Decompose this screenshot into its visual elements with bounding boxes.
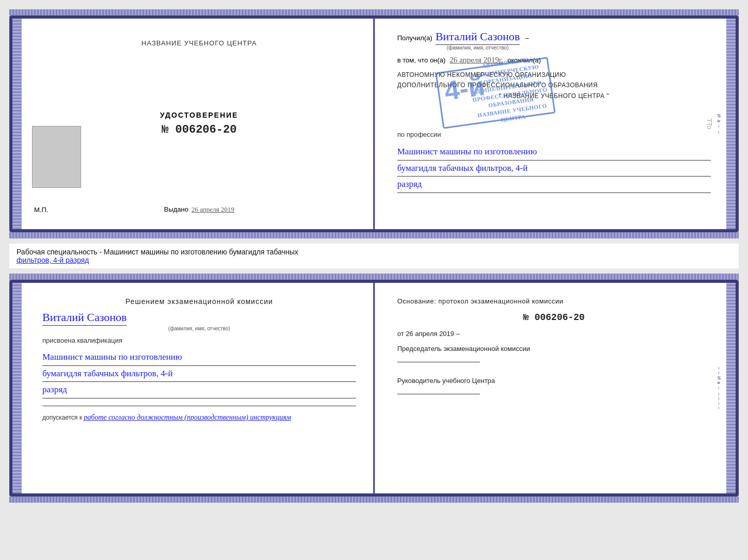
- admitted-row: допускается к работе согласно должностны…: [42, 413, 356, 422]
- profession-line1: Машинист машины по изготовлению: [397, 144, 711, 161]
- chairman-label: Председатель экзаменационной комиссии: [397, 345, 711, 362]
- org-text: АВТОНОМНУЮ НЕКОММЕРЧЕСКУЮ ОРГАНИЗАЦИЮ ДО…: [397, 70, 711, 101]
- bottom-vert-char-3: И: [716, 376, 722, 379]
- org-line2: ДОПОЛНИТЕЛЬНОГО ПРОФЕССИОНАЛЬНОГО ОБРАЗО…: [397, 80, 711, 90]
- admitted-text: работе согласно должностным (производств…: [84, 413, 291, 421]
- issued-row: Выдано 26 апреля 2019: [164, 205, 234, 214]
- profession-lines: Машинист машины по изготовлению бумагидл…: [397, 144, 711, 193]
- head-signature-line: [397, 394, 480, 394]
- bottom-fullname: Виталий Сазонов: [42, 311, 127, 326]
- org-line1: АВТОНОМНУЮ НЕКОММЕРЧЕСКУЮ ОРГАНИЗАЦИЮ: [397, 70, 711, 80]
- bottom-name-sublabel: (фамилия, имя, отчество): [42, 326, 356, 331]
- center-name-title: НАЗВАНИЕ УЧЕБНОГО ЦЕНТРА: [142, 39, 257, 47]
- in-that-line: в том, что он(а) 26 апреля 2019г. окончи…: [397, 56, 711, 65]
- date-dash: –: [456, 330, 460, 338]
- cert-center-block: УДОСТОВЕРЕНИЕ № 006206-20: [160, 111, 238, 136]
- bottom-vert-char-1: –: [716, 367, 722, 370]
- bottom-profession-lines: Машинист машины по изготовлению бумагидл…: [42, 349, 356, 398]
- bottom-profession-line1: Машинист машины по изготовлению: [42, 349, 356, 366]
- org-line3: " НАЗВАНИЕ УЧЕБНОГО ЦЕНТРА ": [397, 91, 711, 101]
- bottom-vert-char-4: а: [716, 381, 722, 384]
- mp-label: М.П.: [34, 206, 48, 214]
- info-text-underline: фильтров, 4-й разряд: [17, 256, 89, 264]
- in-that-prefix: в том, что он(а): [397, 56, 445, 64]
- in-that-date: 26 апреля 2019г.: [449, 56, 503, 65]
- osnov-label: Основание: протокол экзаменационной коми…: [397, 297, 711, 305]
- profession-block: по профессии: [397, 130, 711, 139]
- chairman-text: Председатель экзаменационной комиссии: [397, 345, 530, 353]
- profession-line3: разряд: [397, 177, 711, 193]
- head-text: Руководитель учебного Центра: [397, 377, 495, 385]
- bottom-name-block: Виталий Сазонов (фамилия, имя, отчество): [42, 311, 356, 331]
- chairman-signature-line: [397, 362, 480, 362]
- date-value: 26 апреля 2019: [406, 330, 455, 338]
- right-decorative-strip: [726, 19, 736, 229]
- bottom-right-page: Основание: протокол экзаменационной коми…: [377, 283, 726, 493]
- certificate-bottom-doc: Решением экзаменационной комиссии Витали…: [9, 280, 739, 497]
- vert-char-1: И: [716, 114, 722, 117]
- bottom-vert-char-8: –: [716, 402, 722, 405]
- name-sublabel-top: (фамилия, имя, отчество): [447, 45, 509, 51]
- vert-char-4: –: [716, 131, 722, 134]
- right-date-row: от 26 апреля 2019 –: [397, 330, 711, 338]
- info-text-prefix: Рабочая специальность - Машинист машины …: [17, 248, 298, 256]
- stamp-line6: НАЗВАНИЕ УЧЕБНОГО ЦЕНТРА: [474, 101, 552, 127]
- profession-prefix: по профессии: [397, 131, 441, 138]
- tto-mark: TTo: [706, 118, 713, 130]
- bottom-profession-line2: бумагидля табачных фильтров, 4-й: [42, 366, 356, 382]
- vert-char-3: ←: [716, 124, 722, 129]
- photo-placeholder: [32, 126, 81, 188]
- cert-label: УДОСТОВЕРЕНИЕ: [160, 111, 238, 119]
- stamp-block: АВТОНОМНУЮ НЕКОММЕРЧЕСКУЮ ОРГАНИЗАЦИЮ ДО…: [397, 70, 711, 121]
- bottom-vert-char-7: –: [716, 397, 722, 400]
- bottom-doc-top-strip: [9, 274, 739, 280]
- top-doc-bottom-strip: [9, 232, 739, 238]
- received-line: Получил(а) Виталий Сазонов (фамилия, имя…: [397, 30, 711, 51]
- admitted-prefix: допускается к: [42, 414, 82, 421]
- bottom-right-strip: [726, 283, 736, 493]
- bottom-left-page: Решением экзаменационной комиссии Витали…: [22, 283, 377, 493]
- commission-title: Решением экзаменационной комиссии: [42, 297, 356, 306]
- profession-line2: бумагидля табачных фильтров, 4-й: [397, 161, 711, 177]
- info-bar: Рабочая специальность - Машинист машины …: [9, 244, 739, 268]
- bottom-vert-char-5: ←: [716, 386, 722, 391]
- bottom-doc-bottom-strip: [9, 497, 739, 503]
- bottom-vert-char-2: –: [716, 372, 722, 374]
- separator-line: [42, 406, 356, 406]
- head-label: Руководитель учебного Центра: [397, 377, 711, 394]
- left-decorative-strip: [12, 19, 22, 229]
- bottom-vert-char-6: –: [716, 393, 722, 395]
- recipient-name: Виталий Сазонов: [435, 30, 520, 45]
- cert-number: № 006206-20: [162, 123, 237, 136]
- bottom-right-vert-chars: – – И а ← – – – –: [714, 283, 724, 493]
- received-prefix: Получил(а): [397, 34, 432, 42]
- assigned-label: присвоена квалификация: [42, 337, 356, 344]
- left-page: НАЗВАНИЕ УЧЕБНОГО ЦЕНТРА УДОСТОВЕРЕНИЕ №…: [22, 19, 377, 229]
- top-border-strip: [9, 9, 739, 15]
- right-number: № 006206-20: [397, 312, 711, 323]
- bottom-vert-char-9: –: [716, 407, 722, 409]
- vert-char-2: а: [716, 120, 722, 122]
- right-page: Получил(а) Виталий Сазонов (фамилия, имя…: [377, 19, 726, 229]
- issued-date: 26 апреля 2019: [192, 205, 235, 214]
- certificate-top-doc: НАЗВАНИЕ УЧЕБНОГО ЦЕНТРА УДОСТОВЕРЕНИЕ №…: [9, 15, 739, 232]
- date-prefix: от: [397, 330, 404, 338]
- issued-prefix: Выдано: [164, 205, 188, 213]
- bottom-profession-line3: разряд: [42, 382, 356, 398]
- bottom-left-strip: [12, 283, 22, 493]
- right-vert-chars: И а ← –: [714, 19, 724, 229]
- finished-label: окончил(а): [507, 56, 541, 64]
